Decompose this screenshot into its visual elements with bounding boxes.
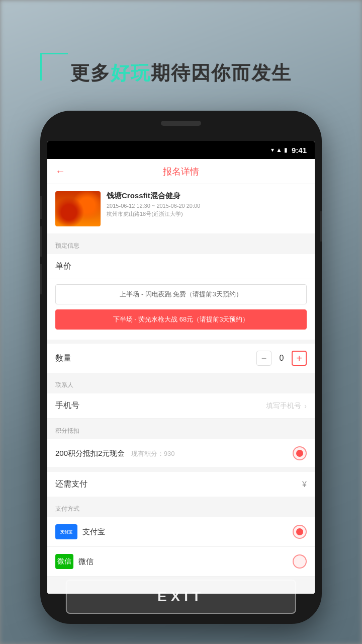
section-header-points: 积分抵扣 [47, 423, 315, 439]
ticket-label-row: 单价 [47, 254, 315, 279]
wechat-name: 微信 [78, 557, 94, 567]
event-location: 杭州市虎山路18号(近浙江大学) [107, 210, 307, 218]
wechat-logo: 微信 [55, 554, 73, 569]
points-row[interactable]: 200积分抵扣2元现金 现有积分：930 [47, 439, 315, 468]
points-current: 现有积分：930 [131, 450, 175, 457]
hero-suffix: 期待因你而发生 [151, 62, 292, 84]
section-header-contact: 联系人 [47, 377, 315, 393]
payment-needed-row: 还需支付 ¥ [47, 472, 315, 497]
exit-button-container: ExIt [66, 580, 296, 614]
phone-placeholder: 填写手机号 [266, 401, 301, 411]
phone-btn-left2 [40, 226, 42, 257]
wechat-logo-text: 微信 [57, 557, 71, 566]
event-title: 钱塘Crossfit混合健身 [107, 191, 307, 201]
content-scroll[interactable]: 钱塘Crossfit混合健身 2015-06-12 12:30 ~ 2015-0… [47, 184, 315, 594]
exit-button[interactable]: ExIt [66, 580, 296, 614]
event-thumb-image [55, 191, 101, 226]
status-time: 9:41 [292, 146, 307, 154]
phone-label: 手机号 [55, 400, 79, 411]
event-time: 2015-06-12 12:30 ~ 2015-06-20 20:00 [107, 203, 307, 209]
chevron-right-icon: › [304, 402, 307, 410]
signal-icon: ▲ [276, 146, 282, 153]
phone-btn-left3 [40, 264, 42, 294]
phone-frame: ▾ ▲ ▮ 9:41 ← 报名详情 钱塘Crossfit混合健身 2015-06… [40, 111, 322, 624]
alipay-logo: 支付宝 [55, 524, 77, 539]
quantity-value: 0 [277, 354, 287, 363]
quantity-row: 数量 − 0 + [47, 344, 315, 373]
alipay-row[interactable]: 支付宝 支付宝 [47, 517, 315, 547]
wechat-logo-area: 微信 微信 [55, 554, 94, 569]
quantity-plus-button[interactable]: + [292, 351, 307, 366]
phone-btn-right [320, 211, 322, 242]
points-label: 200积分抵扣2元现金 [55, 449, 125, 457]
battery-icon: ▮ [284, 146, 288, 153]
wechat-radio-button[interactable] [293, 554, 307, 569]
phone-input-area: 填写手机号 › [266, 401, 307, 411]
event-card: 钱塘Crossfit混合健身 2015-06-12 12:30 ~ 2015-0… [47, 184, 315, 233]
alipay-logo-area: 支付宝 支付宝 [55, 524, 105, 539]
phone-screen: ▾ ▲ ▮ 9:41 ← 报名详情 钱塘Crossfit混合健身 2015-06… [47, 141, 315, 594]
points-body: 200积分抵扣2元现金 现有积分：930 [47, 439, 315, 468]
wifi-icon: ▾ [271, 146, 274, 153]
hero-prefix: 更多 [70, 62, 111, 84]
page-title: 报名详情 [163, 166, 199, 178]
event-info: 钱塘Crossfit混合健身 2015-06-12 12:30 ~ 2015-0… [107, 191, 307, 226]
points-radio-button[interactable] [293, 446, 307, 460]
alipay-logo-text: 支付宝 [60, 529, 72, 535]
payment-methods-body: 支付宝 支付宝 微信 微信 [47, 517, 315, 577]
phone-row[interactable]: 手机号 填写手机号 › [47, 393, 315, 419]
payment-needed-label: 还需支付 [55, 479, 87, 490]
section-header-booking: 预定信息 [47, 237, 315, 254]
payment-needed-body: 还需支付 ¥ [47, 472, 315, 497]
status-bar: ▾ ▲ ▮ 9:41 [47, 141, 315, 159]
currency-sign: ¥ [302, 480, 307, 489]
quantity-minus-button[interactable]: − [256, 351, 272, 366]
alipay-radio-button[interactable] [293, 525, 307, 539]
back-button[interactable]: ← [55, 166, 65, 177]
nav-bar: ← 报名详情 [47, 159, 315, 184]
status-icons: ▾ ▲ ▮ [271, 146, 288, 153]
quantity-label: 数量 [55, 353, 71, 364]
booking-body: 单价 上半场 - 闪电夜跑 免费（请提前3天预约） 下半场 - 荧光水枪大战 6… [47, 254, 315, 340]
hero-text: 更多好玩期待因你而发生 [0, 60, 362, 86]
event-thumbnail [55, 191, 101, 226]
contact-body: 手机号 填写手机号 › [47, 393, 315, 419]
phone-btn-left1 [40, 196, 42, 219]
phone-speaker [161, 121, 201, 126]
quantity-controls: − 0 + [256, 351, 307, 366]
ticket-option-2[interactable]: 下半场 - 荧光水枪大战 68元（请提前3天预约） [55, 309, 307, 330]
points-info: 200积分抵扣2元现金 现有积分：930 [55, 449, 175, 458]
ticket-option-1[interactable]: 上半场 - 闪电夜跑 免费（请提前3天预约） [55, 284, 307, 304]
section-header-payment: 支付方式 [47, 501, 315, 517]
wechat-row[interactable]: 微信 微信 [47, 547, 315, 577]
alipay-name: 支付宝 [82, 527, 105, 537]
hero-highlight: 好玩 [111, 62, 151, 84]
ticket-options: 上半场 - 闪电夜跑 免费（请提前3天预约） 下半场 - 荧光水枪大战 68元（… [47, 279, 315, 340]
ticket-label: 单价 [55, 261, 71, 272]
